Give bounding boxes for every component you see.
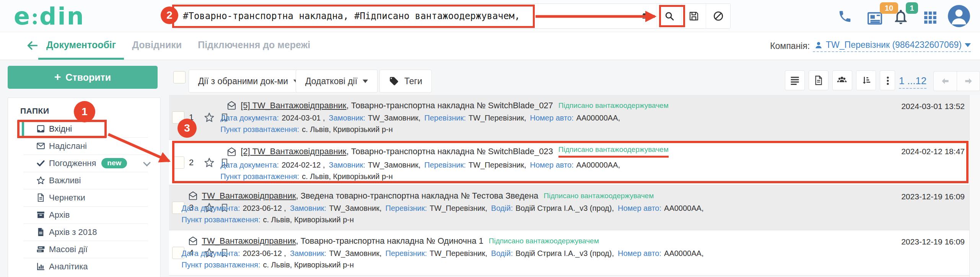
- row-checkbox[interactable]: [172, 156, 184, 169]
- meta-label[interactable]: Замовник:: [290, 249, 326, 258]
- scrollbar-gutter[interactable]: [969, 95, 980, 277]
- prev-page-button[interactable]: [934, 72, 957, 91]
- meta-label[interactable]: Замовник:: [290, 204, 326, 213]
- company-name: TW_Перевізник (9864232607069): [826, 40, 962, 50]
- sidebar-item-Вхідні[interactable]: Вхідні: [8, 120, 160, 137]
- table-row[interactable]: 4TW_Вантажовідправник , Товарно-транспор…: [169, 230, 969, 275]
- nav-bar: Документообіг Довідники Підключення до м…: [0, 32, 980, 60]
- document-view-button[interactable]: [809, 70, 829, 90]
- select-all-checkbox[interactable]: [173, 71, 186, 83]
- avatar[interactable]: [948, 5, 970, 27]
- meta-label[interactable]: Дата документа:: [182, 204, 240, 213]
- tags-button[interactable]: Теги: [379, 70, 432, 93]
- bulk-actions-button[interactable]: Дії з обраними док-ми: [189, 70, 308, 93]
- tab-dokumentoobig[interactable]: Документообіг: [38, 32, 124, 60]
- meta-label[interactable]: Номер авто:: [530, 114, 574, 122]
- meta-label[interactable]: Пункт розвантаження:: [182, 261, 260, 269]
- meta-label[interactable]: Номер авто:: [618, 249, 661, 258]
- sort-button[interactable]: [856, 70, 876, 90]
- edin-logo[interactable]: e din: [14, 2, 85, 30]
- company-link[interactable]: TW_Перевізник (9864232607069): [813, 40, 971, 52]
- folders-title: ПАПКИ: [20, 106, 160, 116]
- logo-letter-e: e: [14, 2, 31, 30]
- sender-link[interactable]: TW_Вантажовідправник: [202, 191, 296, 201]
- status-badge: Підписано вантажоодержувачем: [558, 145, 669, 158]
- meta-value: TW_Перевізник,: [430, 204, 487, 213]
- chart-icon: [36, 262, 46, 271]
- meta-label[interactable]: Пункт розвантаження:: [182, 215, 260, 224]
- sidebar-item-Масові дії[interactable]: Масові дії: [8, 241, 160, 258]
- meta-label[interactable]: Перевізник:: [386, 249, 427, 258]
- sidebar-item-Аналітика[interactable]: Аналітика: [8, 258, 160, 275]
- search-input[interactable]: [174, 4, 657, 28]
- extra-actions-button[interactable]: Додаткові дії: [296, 70, 378, 93]
- meta-label[interactable]: Перевізник:: [424, 161, 466, 169]
- row-block: [2] TW_Вантажовідправник , Товарно-транс…: [220, 140, 669, 181]
- meta-label[interactable]: Перевізник:: [386, 204, 427, 213]
- company-label: Компанія:: [770, 41, 810, 51]
- meta-value: TW_Перевізник,: [469, 114, 526, 122]
- meta-label[interactable]: Замовник:: [329, 114, 365, 122]
- sidebar-item-Чернетки[interactable]: Чернетки: [8, 189, 160, 206]
- folders-panel: ПАПКИ ВхідніНадісланіПогодженняnewВажлив…: [8, 98, 161, 277]
- save-search-button[interactable]: [681, 4, 706, 28]
- sender-link[interactable]: [5] TW_Вантажовідправник: [241, 101, 346, 111]
- create-button[interactable]: + Створити: [8, 66, 158, 89]
- next-page-button[interactable]: [957, 72, 980, 91]
- meta-label[interactable]: Водій:: [491, 249, 513, 258]
- list-view-button[interactable]: [785, 70, 805, 90]
- more-options-button[interactable]: [880, 70, 895, 90]
- row-content: [2] TW_Вантажовідправник , Товарно-транс…: [215, 140, 674, 181]
- table-row[interactable]: 3TW_Вантажовідправник , Зведена товарно-…: [169, 185, 969, 230]
- sidebar-item-Надіслані[interactable]: Надіслані: [8, 137, 160, 155]
- meta-label[interactable]: Пункт розвантаження:: [220, 125, 299, 134]
- meta-label[interactable]: Перевізник:: [424, 114, 466, 122]
- apps-grid-icon[interactable]: [923, 10, 938, 25]
- meta-label[interactable]: Дата документа:: [182, 249, 240, 258]
- meta-label[interactable]: Номер авто:: [618, 204, 661, 213]
- sidebar-item-Погодження[interactable]: Погодженняnew: [8, 155, 160, 172]
- archive-icon: [36, 210, 46, 220]
- back-arrow-icon[interactable]: [25, 39, 40, 52]
- meta-label[interactable]: Номер авто:: [530, 161, 574, 169]
- meta-label[interactable]: Замовник:: [329, 161, 365, 169]
- row-block: TW_Вантажовідправник , Товарно-транспорт…: [182, 230, 708, 269]
- search-button[interactable]: [657, 4, 681, 28]
- tab-dovidnyky[interactable]: Довідники: [124, 32, 190, 60]
- sidebar-item-label: Архів з 2018: [49, 227, 97, 237]
- meta-label[interactable]: Дата документа:: [220, 161, 279, 169]
- new-badge: new: [101, 158, 127, 168]
- star-icon[interactable]: [203, 112, 215, 123]
- sidebar-item-Архів[interactable]: Архів: [8, 206, 160, 223]
- phone-icon[interactable]: [838, 9, 852, 24]
- sender-link[interactable]: [2] TW_Вантажовідправник: [241, 147, 346, 156]
- magnifier-icon: [664, 10, 675, 22]
- meta-label[interactable]: Пункт розвантаження:: [220, 172, 299, 181]
- mail-icon: [226, 100, 237, 111]
- tab-pidklyuchennya[interactable]: Підключення до мережі: [190, 32, 318, 60]
- document-title: , Товарно-транспортна накладна № SwitchB…: [346, 147, 553, 156]
- user-icon: [948, 5, 970, 27]
- meta-value: TW_Замовник,: [368, 161, 420, 169]
- row-title: [2] TW_Вантажовідправник , Товарно-транс…: [226, 145, 669, 158]
- document-title: , Зведена товарно-транспортна накладна №…: [296, 191, 539, 201]
- meta-value: с. Львів, Криворізький р-н: [302, 172, 393, 181]
- table-row[interactable]: 2[2] TW_Вантажовідправник , Товарно-тран…: [169, 140, 969, 185]
- meta-label[interactable]: Водій:: [491, 204, 513, 213]
- sender-link[interactable]: TW_Вантажовідправник: [202, 236, 296, 246]
- search-filters-icon[interactable]: [641, 11, 651, 22]
- pagination[interactable]: 1 ...12: [899, 75, 926, 87]
- sidebar-item-Важливі[interactable]: Важливі: [8, 172, 160, 189]
- row-meta: Дата документа:2023-06-12 ,Замовник:TW_З…: [182, 204, 708, 213]
- meta-label[interactable]: Дата документа:: [220, 114, 279, 122]
- row-block: [5] TW_Вантажовідправник , Товарно-транс…: [220, 95, 669, 134]
- stack-icon: [36, 244, 46, 254]
- row-checkbox[interactable]: [172, 111, 184, 124]
- sidebar-item-label: Надіслані: [49, 141, 87, 151]
- table-row[interactable]: 1[5] TW_Вантажовідправник , Товарно-тран…: [169, 95, 969, 140]
- star-icon[interactable]: [203, 157, 215, 168]
- contacts-button[interactable]: [832, 70, 852, 90]
- clear-search-button[interactable]: [706, 4, 730, 28]
- search-bar: [174, 3, 731, 29]
- sidebar-item-Архів з 2018[interactable]: Архів з 2018: [8, 223, 160, 241]
